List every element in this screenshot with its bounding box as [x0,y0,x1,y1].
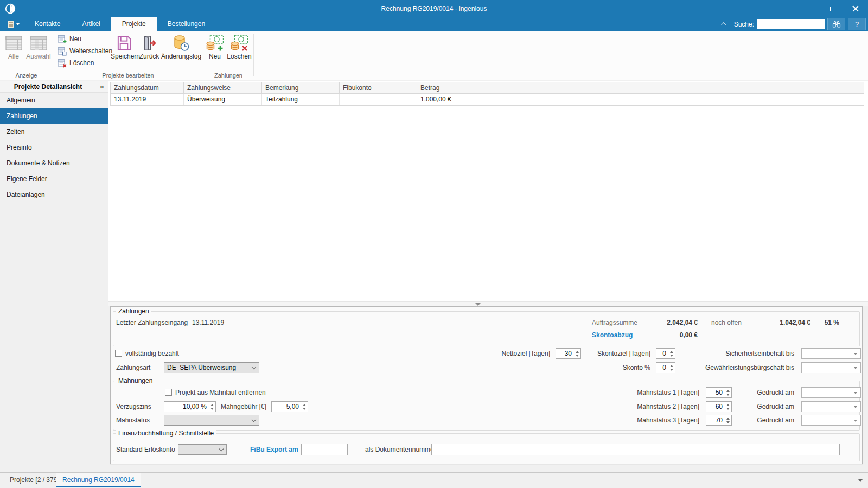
skonto-value: 0 [656,363,668,373]
spinner-up-icon[interactable] [726,404,730,406]
maximize-button[interactable] [821,0,844,17]
spinner-up-icon[interactable] [670,365,673,367]
spinner-down-icon[interactable] [670,369,673,371]
remove-from-dunning-checkbox[interactable] [165,389,172,396]
spinner-up-icon[interactable] [303,404,306,406]
zahlung-neu-button[interactable]: Neu [205,33,225,69]
find-button[interactable] [827,18,845,30]
cell-fibukonto[interactable] [340,94,417,105]
dunning-level2-value: 60 [706,402,724,412]
sidebar-collapse-icon[interactable]: « [96,82,108,91]
close-icon [852,5,859,12]
minimize-button[interactable] [799,0,821,17]
spinner-down-icon[interactable] [726,394,730,396]
splitter-collapse-icon[interactable] [475,303,481,306]
discount-value: 0,00 € [680,330,698,341]
skonto-spinner[interactable]: 0 [656,362,675,373]
discount-target-spinner[interactable]: 0 [656,348,675,359]
ribbon-tabs: Kontakte Artikel Projekte Bestellungen [24,17,216,31]
warranty-date-dropdown[interactable] [801,362,861,373]
spinner-down-icon[interactable] [210,408,214,410]
collapse-ribbon-icon[interactable] [721,22,726,28]
sidebar-item-dateianlagen[interactable]: Dateianlagen [0,187,108,203]
tab-bestellungen[interactable]: Bestellungen [157,17,216,31]
help-button[interactable]: ? [848,18,866,30]
spinner-up-icon[interactable] [210,404,214,406]
payment-type-value: DE_SEPA Überweisung [164,363,259,373]
spinner-down-icon[interactable] [726,421,730,423]
col-betrag[interactable]: Betrag [417,82,843,93]
main-area: Zahlungsdatum Zahlungsweise Bemerkung Fi… [108,81,868,472]
fee-spinner[interactable]: 5,00 [271,401,308,412]
net-target-spinner[interactable]: 30 [556,348,581,359]
speichern-button[interactable]: Speichern [111,33,137,69]
tab-overflow-icon[interactable] [858,479,863,482]
remove-from-dunning-label: Projekt aus Mahnlauf entfernen [175,387,266,398]
cell-zahlungsweise[interactable]: Überweisung [184,94,262,105]
dropdown-arrow-icon [854,406,857,408]
sidebar-item-zeiten[interactable]: Zeiten [0,124,108,140]
cell-betrag[interactable]: 1.000,00 € [417,94,843,105]
spinner-down-icon[interactable] [576,355,579,357]
interest-spinner[interactable]: 10,00 % [164,401,216,412]
bottom-tab-rechnung[interactable]: Rechnung RG2019/0014 [56,473,141,487]
payment-type-combo[interactable]: DE_SEPA Überweisung [164,362,259,373]
dropdown-arrow-icon [854,367,857,369]
col-zahlungsweise[interactable]: Zahlungsweise [184,82,262,93]
dunning-level1-value: 50 [706,388,724,397]
aenderungslog-label: Änderungslog [161,53,200,60]
table-row[interactable]: 13.11.2019 Überweisung Teilzahlung 1.000… [110,94,864,106]
col-bemerkung[interactable]: Bemerkung [262,82,340,93]
spinner-up-icon[interactable] [576,351,579,353]
dunning-level2-spinner[interactable]: 60 [706,401,732,412]
dunning-level3-value: 70 [706,415,724,425]
paid-checkbox[interactable] [115,350,122,357]
sidebar-item-eigene-felder[interactable]: Eigene Felder [0,171,108,187]
spinner-up-icon[interactable] [726,418,730,420]
dunning-status-combo[interactable] [164,415,259,426]
tab-projekte[interactable]: Projekte [111,17,157,31]
sidebar-item-preisinfo[interactable]: Preisinfo [0,140,108,156]
search-input[interactable] [757,19,825,29]
spinner-down-icon[interactable] [303,408,306,410]
weiterschalten-button[interactable]: Weiterschalten [58,46,112,56]
spinner-up-icon[interactable] [726,390,730,392]
payments-table: Zahlungsdatum Zahlungsweise Bemerkung Fi… [110,82,864,106]
zurueck-button[interactable]: Zurück [138,33,161,69]
aenderungslog-button[interactable]: Änderungslog [161,33,200,69]
zahlung-loeschen-button[interactable]: Löschen [226,33,252,69]
horizontal-splitter[interactable] [108,301,868,306]
col-fibukonto[interactable]: Fibukonto [340,82,417,93]
spinner-down-icon[interactable] [670,355,673,357]
cell-bemerkung[interactable]: Teilzahlung [262,94,340,105]
revenue-account-combo[interactable] [178,444,227,455]
loeschen-button[interactable]: Löschen [58,57,94,68]
zahlung-loeschen-label: Löschen [226,53,252,60]
list-menu-icon [7,20,15,29]
dunning-level3-spinner[interactable]: 70 [706,415,732,426]
tab-kontakte[interactable]: Kontakte [24,17,71,31]
neu-button[interactable]: Neu [58,34,81,44]
tab-artikel[interactable]: Artikel [71,17,111,31]
auswahl-button[interactable]: Auswahl [26,33,51,69]
app-menu-button[interactable] [4,17,22,31]
cell-zahlungsdatum[interactable]: 13.11.2019 [111,94,184,105]
spinner-up-icon[interactable] [670,351,673,353]
sidebar-item-dokumente-notizen[interactable]: Dokumente & Notizen [0,156,108,171]
dunning-level1-spinner[interactable]: 50 [706,387,732,398]
ribbon: Alle Auswahl Anzeige [0,31,868,80]
fibu-export-input[interactable] [301,444,348,455]
col-zahlungsdatum[interactable]: Zahlungsdatum [111,82,184,93]
close-button[interactable] [844,0,867,17]
docnum-input[interactable] [431,444,840,455]
printed-on-dropdown-3[interactable] [801,415,861,426]
printed-on-dropdown-1[interactable] [801,387,861,398]
zurueck-label: Zurück [138,53,161,60]
chevron-down-icon [219,447,224,451]
sidebar-item-zahlungen[interactable]: Zahlungen [0,108,108,124]
spinner-down-icon[interactable] [726,408,730,410]
retention-date-dropdown[interactable] [801,348,861,359]
sidebar-item-allgemein[interactable]: Allgemein [0,93,108,108]
alle-button[interactable]: Alle [2,33,25,69]
printed-on-dropdown-2[interactable] [801,401,861,412]
